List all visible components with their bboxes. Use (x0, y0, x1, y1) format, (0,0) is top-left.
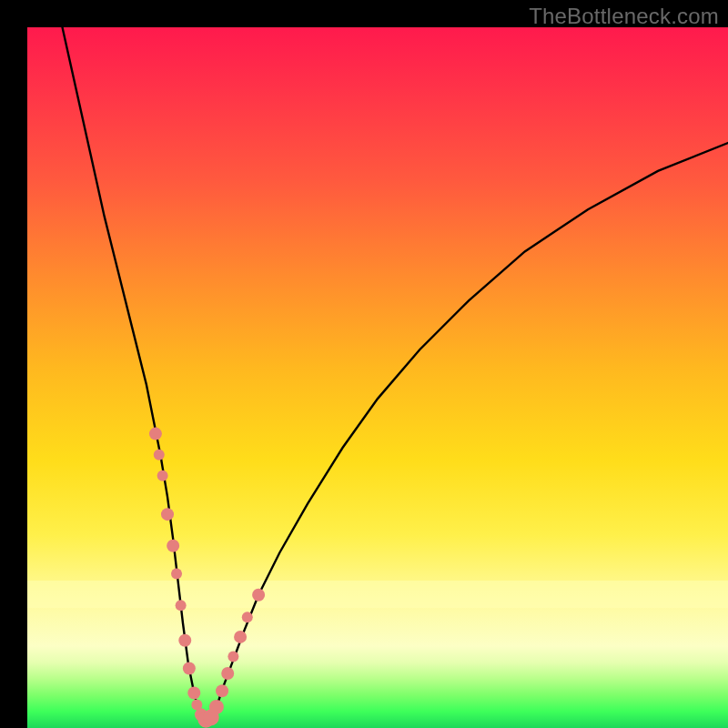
bottleneck-curve (63, 27, 729, 721)
node-marker (242, 612, 253, 622)
node-marker (183, 662, 196, 675)
node-marker (221, 667, 234, 680)
node-marker (228, 651, 238, 662)
node-marker (161, 508, 174, 521)
node-marker (167, 540, 179, 552)
node-marker (149, 428, 162, 440)
chart-frame: TheBottleneck.com (0, 0, 728, 728)
chart-svg (27, 27, 728, 728)
node-marker (216, 684, 228, 697)
node-marker (209, 700, 224, 714)
watermark-text: TheBottleneck.com (529, 4, 719, 29)
node-marker (154, 450, 165, 460)
node-marker (252, 589, 265, 602)
node-marker (187, 687, 200, 700)
node-marker (178, 634, 191, 647)
node-marker (176, 600, 187, 611)
node-marker (171, 569, 182, 580)
node-marker (234, 631, 247, 643)
node-markers (149, 428, 265, 728)
plot-area (27, 27, 728, 728)
node-marker (157, 470, 168, 481)
